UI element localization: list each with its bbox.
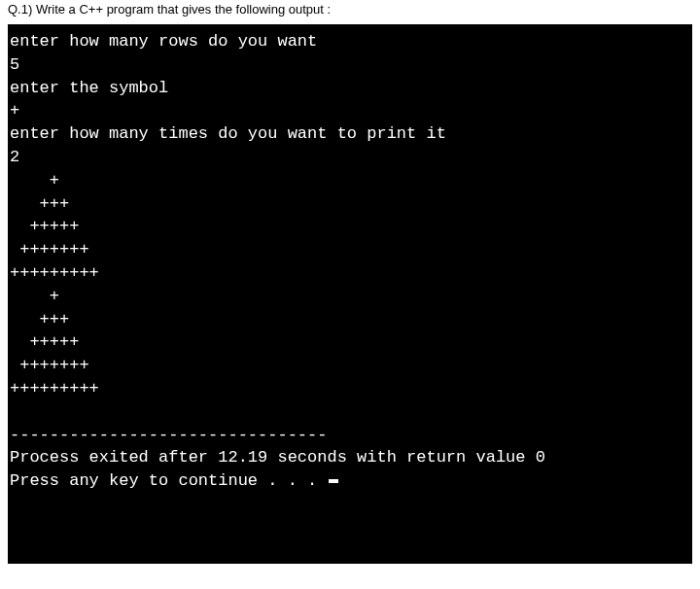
prompt-times: enter how many times do you want to prin… — [10, 122, 690, 146]
blank-line — [10, 400, 690, 424]
input-times: 2 — [10, 146, 690, 169]
prompt-rows: enter how many rows do you want — [10, 30, 690, 53]
continue-message: Press any key to continue . . . — [10, 471, 327, 490]
exit-message: Process exited after 12.19 seconds with … — [10, 446, 690, 469]
pattern-line: +++++++ — [10, 354, 690, 377]
input-rows: 5 — [10, 53, 690, 77]
pattern-line: +++++++++ — [10, 261, 690, 285]
question-header: Q.1) Write a C++ program that gives the … — [0, 0, 700, 24]
pattern-line: +++++ — [10, 215, 690, 238]
cursor-icon — [329, 479, 338, 483]
pattern-line: + — [10, 169, 690, 192]
pattern-line: +++++++++ — [10, 377, 690, 400]
prompt-symbol: enter the symbol — [10, 77, 690, 100]
pattern-line: + — [10, 285, 690, 308]
pattern-line: +++++ — [10, 330, 690, 354]
pattern-line: +++ — [10, 192, 690, 216]
pattern-line: +++++++ — [10, 238, 690, 261]
question-text: Q.1) Write a C++ program that gives the … — [8, 2, 331, 17]
console-output: enter how many rows do you want5enter th… — [8, 24, 692, 564]
input-symbol: + — [10, 99, 690, 122]
pattern-line: +++ — [10, 308, 690, 331]
divider-line: -------------------------------- — [10, 424, 690, 447]
